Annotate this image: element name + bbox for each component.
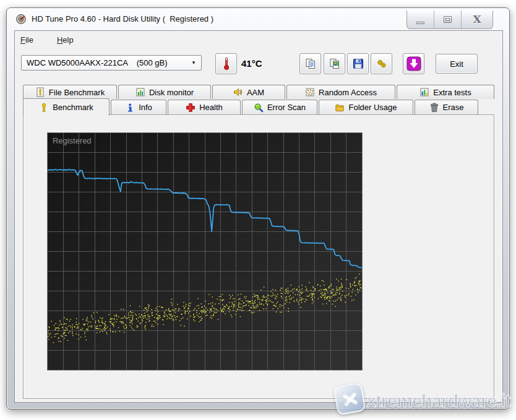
menubar: File Help [15,34,79,48]
tab-folder-usage[interactable]: Folder Usage [319,100,413,114]
thermometer-icon [221,57,231,71]
benchmark-icon [39,103,49,113]
drive-selector[interactable]: WDC WD5000AAKX-221CA (500 gB) ▼ [21,55,202,71]
disk-monitor-icon [135,87,145,97]
tab-erase[interactable]: Erase [415,100,478,114]
random-access-icon [305,87,315,97]
copy-text-icon [305,58,316,69]
error-scan-icon [254,103,264,113]
tab-label: Random Access [319,88,377,97]
tab-health[interactable]: Health [168,100,241,114]
tab-label: Error Scan [267,103,306,112]
tab-file-benchmark[interactable]: File Benchmark [23,85,117,99]
save-icon [353,58,364,69]
options-button[interactable] [371,53,392,74]
copy-image-icon [329,58,340,69]
aam-icon [233,87,243,97]
menu-item-file[interactable]: File [15,34,38,48]
folder-usage-icon [335,103,345,113]
tab-label: Benchmark [53,103,93,112]
tab-label: Info [139,103,152,112]
info-icon [125,103,135,113]
exit-button-label: Exit [450,59,463,69]
extra-tests-icon [419,87,429,97]
exit-button[interactable]: Exit [436,54,478,74]
window-title: HD Tune Pro 4.60 - Hard Disk Utility ( R… [32,14,213,24]
tab-label: Folder Usage [348,103,397,112]
tab-label: Health [199,103,223,112]
temperature-button[interactable] [215,53,237,74]
tab-row-secondary: File BenchmarkDisk monitorAAMRandom Acce… [23,85,494,99]
benchmark-chart-plot: Registered [47,132,363,371]
tab-benchmark[interactable]: Benchmark [23,98,110,116]
caption-buttons: X [406,11,493,29]
erase-icon [429,103,439,113]
tab-label: Erase [443,103,464,112]
update-icon [406,56,421,71]
tab-row-primary: BenchmarkInfoHealthError ScanFolder Usag… [23,100,478,114]
temperature-label: 41°C [241,58,262,69]
tab-label: File Benchmark [49,88,105,97]
close-icon: X [473,14,481,25]
tab-aam[interactable]: AAM [212,85,285,99]
close-button[interactable]: X [462,11,492,28]
tab-random-access[interactable]: Random Access [286,85,395,99]
tab-info[interactable]: Info [111,100,166,114]
tab-label: Disk monitor [149,88,194,97]
app-window: HD Tune Pro 4.60 - Hard Disk Utility ( R… [6,7,510,409]
maximize-button[interactable] [434,11,462,28]
tab-disk-monitor[interactable]: Disk monitor [118,85,211,99]
tab-label: AAM [247,88,264,97]
health-icon [186,103,196,113]
tab-extra-tests[interactable]: Extra tests [397,85,494,99]
minimize-button[interactable] [407,11,434,28]
tab-error-scan[interactable]: Error Scan [242,100,317,114]
drive-selector-value: WDC WD5000AAKX-221CA (500 gB) [27,58,189,67]
update-button[interactable] [403,53,424,74]
titlebar: HD Tune Pro 4.60 - Hard Disk Utility ( R… [7,8,509,30]
minimize-icon [416,22,424,24]
maximize-icon [444,16,452,23]
tab-label: Extra tests [433,88,471,97]
app-icon [15,14,27,25]
chevron-down-icon: ▼ [191,60,196,66]
copy-image-button[interactable] [324,53,345,74]
copy-text-button[interactable] [299,53,321,74]
file-benchmark-icon [35,87,45,97]
options-icon [376,58,387,69]
svg-text:Registered: Registered [53,136,92,145]
save-button[interactable] [347,53,369,74]
menu-item-help[interactable]: Help [52,34,79,48]
